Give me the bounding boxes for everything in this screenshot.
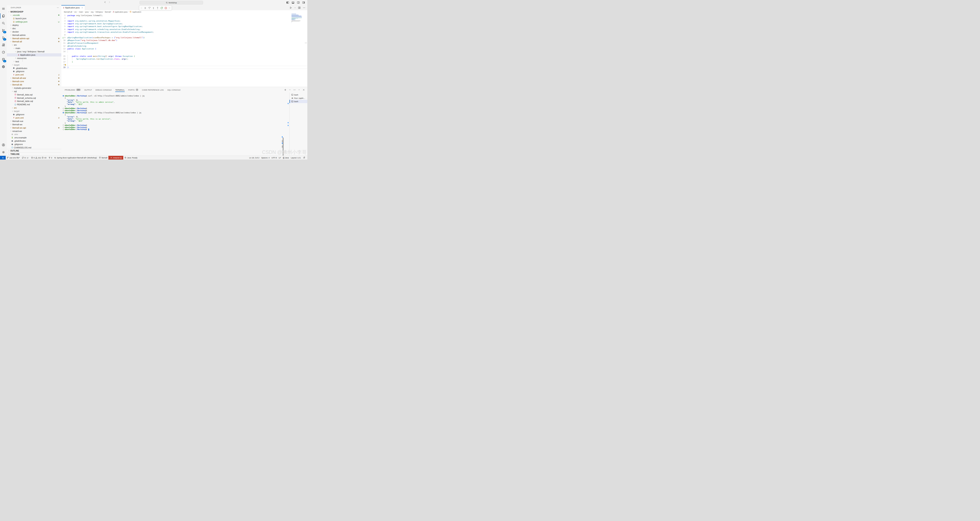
maximize-panel-icon[interactable] [298,89,300,91]
command-decoration[interactable] [61,129,65,130]
close-panel-icon[interactable] [302,89,305,91]
terminal-scrollbar[interactable] [283,137,283,156]
sidebar-section-timeline[interactable]: TIMELINE [7,152,61,156]
breadcrumb-item-litemall[interactable]: litemall [105,11,111,13]
layoutL-icon[interactable] [286,1,289,4]
status-cursor-position[interactable]: Ln 19, Col 2 [248,156,260,159]
panel-tab-debug-console[interactable]: DEBUG CONSOLE [95,87,112,92]
tree-item-litemall-vue[interactable]: litemall-vue [7,119,61,123]
navigate-forward-icon[interactable] [108,1,111,3]
tree-item-litemall-wx[interactable]: litemall-wx [7,123,61,126]
debug-stop-dropdown-icon[interactable] [169,7,170,9]
terminal-list-item-Run-Applic-[interactable]: Run: Applic... [290,96,307,100]
status-ports-forwarded[interactable]: 3 [48,156,53,159]
debug-step-over-icon[interactable] [148,7,151,10]
minimap[interactable] [291,14,302,23]
tree-item-.gitattributes[interactable]: .gitattributes [7,67,61,70]
tree-item-litemall-all-war[interactable]: litemall-all-war [7,76,61,80]
activity-bar-database[interactable]: 1 [0,56,7,63]
command-decoration[interactable] [61,127,65,128]
command-decoration[interactable] [61,112,65,113]
debug-restart-icon[interactable] [160,7,163,10]
panel-tab-code-reference-log[interactable]: CODE REFERENCE LOG [142,87,164,92]
codelens-run-debug[interactable] [61,53,307,55]
new-terminal-icon[interactable] [284,89,286,91]
tree-item-pom.xml[interactable]: pom.xml2 [7,116,61,119]
spring-bean-icon[interactable] [62,37,64,39]
status-language-mode[interactable]: {}Java [282,156,290,159]
tree-item-.gitignore[interactable]: .gitignore [7,70,61,73]
tree-item-settings.json[interactable]: {}settings.jsonU [7,20,61,24]
terminal-list-item-bash[interactable]: bash [290,93,307,96]
debug-step-out-icon[interactable] [156,7,159,10]
command-decoration[interactable] [61,124,65,126]
panel-tab-ports[interactable]: PORTS3 [128,87,138,92]
status-java-status[interactable]: Java: Ready [123,156,138,159]
tree-item-litemall-admin-api[interactable]: litemall-admin-api [7,37,61,40]
panel-tab-output[interactable]: OUTPUT [84,87,92,92]
activity-bar-run-and-debug[interactable]: 1 [0,34,7,41]
code-editor[interactable]: 1package org.linlinjava.litemall; 2 3imp… [61,13,307,88]
breadcrumb-item-Application[interactable]: Application [130,11,141,13]
tree-item-docker[interactable]: docker [7,30,61,33]
layoutB-icon[interactable] [292,1,294,4]
tree-item-.gitignore[interactable]: .gitignore [7,143,61,146]
tab-Application.java[interactable]: J Application.java [61,5,85,10]
breadcrumb-item-java[interactable]: java [85,11,89,13]
panel-tab-problems[interactable]: PROBLEMS254 [65,87,81,92]
tree-item-litemall-all[interactable]: litemall-all [7,40,61,43]
activity-bar-explorer[interactable] [0,12,7,20]
tree-item-CHANGELOG.md[interactable]: CHANGELOG.md [7,146,61,149]
status-remote[interactable] [0,156,6,159]
tree-item-src[interactable]: src [7,106,61,110]
activity-bar-settings[interactable] [0,148,7,156]
command-decoration[interactable] [61,108,65,109]
tree-item-.vscode[interactable]: .vscode [7,14,61,17]
tree-item-java_org_linlinjava_litemall[interactable]: java / org / linlinjava / litemall [7,50,61,53]
breadcrumb-item-linlinjava[interactable]: linlinjava [95,11,103,13]
tree-item-main[interactable]: main [7,47,61,50]
tree-root-workshop[interactable]: WORKSHOP [7,10,61,14]
tree-item-.gitattributes[interactable]: .gitattributes [7,139,61,143]
debug-drag-grip-icon[interactable] [140,7,143,10]
tree-item-sql[interactable]: sql [7,89,61,93]
breadcrumb-item-src[interactable]: src [74,11,77,13]
tree-item-renard-wx[interactable]: renard-wx [7,129,61,133]
activity-bar-accounts[interactable] [0,141,7,148]
status-run-config[interactable]: Spring Boot-Application<litemall-all> (W… [53,156,98,159]
tree-item-litemall-wx-api[interactable]: litemall-wx-api [7,126,61,129]
panel-tab-sql-console[interactable]: SQL CONSOLE [167,87,181,92]
status-notifications[interactable] [302,156,306,159]
tree-item-target[interactable]: target [7,110,61,113]
command-decoration[interactable] [61,110,65,112]
breadcrumb-item-org[interactable]: org [91,11,94,13]
status-eol[interactable]: LF [278,156,282,159]
status-keyboard-layout[interactable]: Layout: U.S. [290,156,302,159]
debug-step-into-icon[interactable] [152,7,155,10]
breadcrumb-item-litemall-all[interactable]: litemall-all [64,11,72,13]
status-indentation[interactable]: Spaces: 4 [260,156,270,159]
debug-pause-icon[interactable] [144,7,146,10]
tree-item-.env[interactable]: .env [7,133,61,136]
tree-item-litemall_table.sql[interactable]: litemall_table.sql [7,100,61,103]
activity-bar-spring-boot-dashboard[interactable] [0,63,7,70]
tree-item-target[interactable]: target [7,63,61,67]
layoutR-icon[interactable] [297,1,300,4]
command-center-search[interactable]: Workshop [140,1,203,5]
panel-tab-terminal[interactable]: TERMINAL [115,87,125,92]
tree-item-resources[interactable]: resources [7,56,61,60]
panel-more-actions-icon[interactable] [293,89,296,91]
layoutC-icon[interactable] [302,1,305,4]
run-icon[interactable] [290,6,292,9]
activity-bar-search[interactable] [0,20,7,27]
tree-item-README.md[interactable]: README.md [7,103,61,106]
sidebar-section-outline[interactable]: OUTLINE [7,149,61,153]
tree-item-mybatis-generator[interactable]: mybatis-generator [7,86,61,89]
command-decoration[interactable] [61,95,65,96]
status-encoding[interactable]: UTF-8 [270,156,278,159]
breadcrumb-item-main[interactable]: main [79,11,83,13]
explorer-more-actions-icon[interactable] [57,6,59,9]
tree-item-Application.java[interactable]: JApplication.java [7,53,61,57]
activity-bar-aws-toolkit[interactable] [0,49,7,56]
split-editor-icon[interactable] [298,6,301,9]
